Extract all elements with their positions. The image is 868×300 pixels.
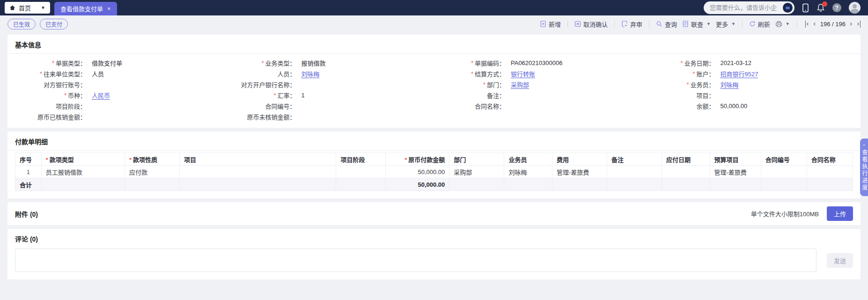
field-value-link[interactable]: 刘咏梅 (715, 80, 739, 89)
send-button[interactable]: 发送 (827, 253, 853, 268)
form-field: 合同名称： (434, 101, 644, 111)
doc-link-icon (682, 21, 689, 27)
form-field: *业务日期：2021-03-12 (644, 58, 853, 68)
assistant-robot-icon[interactable] (783, 3, 793, 13)
table-row[interactable]: 1员工报销借款应付款50,000.00采购部刘咏梅管理-差旅费管理-差旅费 (15, 166, 853, 178)
column-header: 合同编号 (761, 153, 807, 166)
form-field: *业务员：刘咏梅 (644, 79, 853, 90)
attachment-size-hint: 单个文件大小限制100MB (751, 209, 819, 218)
table-cell (449, 178, 504, 191)
first-page-button[interactable]: ‹ (805, 21, 809, 28)
comment-textarea[interactable] (15, 249, 816, 271)
prev-page-button[interactable]: ‹ (813, 21, 816, 28)
form-field: 对方开户银行名称： (225, 79, 434, 90)
active-tab-label: 查看借款支付单 (60, 4, 103, 13)
form-field: 人员：刘咏梅 (225, 68, 434, 79)
help-icon[interactable]: ? (832, 3, 841, 12)
add-button[interactable]: 新增 (540, 20, 561, 29)
avatar[interactable] (849, 2, 861, 14)
page-indicator: 196 / 196 (820, 21, 846, 28)
field-value: 2021-03-12 (715, 59, 752, 66)
table-cell (761, 166, 807, 178)
field-value: 1 (296, 92, 305, 99)
form-field: *往来单位类型：人员 (15, 68, 225, 79)
form-field: 原币已核销金额： (15, 111, 225, 122)
more-button[interactable]: 更多 ▼ (716, 20, 736, 29)
discard-approval-button[interactable]: 弃审 (621, 20, 642, 29)
doc-plus-icon (540, 21, 546, 27)
required-asterisk: * (471, 70, 473, 77)
table-cell (607, 178, 662, 191)
close-icon[interactable]: × (107, 6, 111, 12)
payment-detail-card: 付款单明细 序号*款项类型*款项性质项目项目阶段*原币付款金额部门业务员费用备注… (7, 132, 861, 198)
table-cell (41, 178, 125, 191)
field-label: 项目阶段： (15, 102, 86, 110)
table-header-row: 序号*款项类型*款项性质项目项目阶段*原币付款金额部门业务员费用备注应付日期预算… (15, 153, 853, 166)
table-cell: 刘咏梅 (504, 166, 552, 178)
field-label: 人员： (225, 69, 296, 78)
form-field: *账户：招商银行9527 (644, 68, 853, 79)
table-cell (336, 166, 386, 178)
chevron-down-icon[interactable]: ▼ (41, 5, 45, 10)
last-page-button[interactable]: › (857, 21, 861, 28)
upload-button[interactable]: 上传 (827, 206, 853, 221)
refresh-button[interactable]: 刷新 (749, 20, 770, 29)
table-cell (336, 178, 386, 191)
column-header: *原币付款金额 (386, 153, 449, 166)
table-cell (807, 178, 853, 191)
field-label: *往来单位类型： (15, 69, 86, 78)
field-value-link[interactable]: 采购部 (505, 80, 529, 89)
form-field: *结算方式：银行转账 (434, 68, 644, 79)
print-button[interactable]: ▼ (775, 21, 790, 28)
next-page-button[interactable]: › (850, 21, 853, 28)
field-label: *业务类型： (225, 59, 296, 67)
table-cell (180, 178, 336, 191)
required-asterisk: * (692, 70, 695, 77)
column-header: 序号 (15, 153, 42, 166)
field-label: *单据编码： (434, 59, 505, 67)
search-input[interactable] (710, 4, 779, 11)
field-value-link[interactable]: 人民币 (86, 91, 110, 100)
linked-query-button[interactable]: 联查 ▼ (682, 20, 711, 29)
field-label: *账户： (644, 69, 715, 78)
form-field: *币种：人民币 (15, 90, 225, 101)
form-field: *部门：采购部 (434, 79, 644, 90)
tab-view-loan-payment[interactable]: 查看借款支付单 × (54, 2, 117, 15)
field-label: *结算方式： (434, 69, 505, 78)
field-value-link[interactable]: 银行转账 (505, 69, 535, 78)
notification-bell-icon[interactable] (817, 3, 825, 12)
view-execution-progress-tab[interactable]: › 查看执行进度 (860, 139, 868, 196)
attachment-title: 附件 (0) (15, 209, 38, 219)
cancel-confirm-button[interactable]: 取消确认 (574, 20, 608, 29)
x-square-icon (574, 21, 581, 27)
mobile-icon[interactable] (802, 3, 809, 13)
field-value: 借款支付单 (86, 59, 122, 67)
column-header: 应付日期 (662, 153, 710, 166)
tab-home[interactable]: 首页 ▼ (5, 2, 50, 14)
field-label: *币种： (15, 91, 86, 100)
required-asterisk: * (40, 70, 42, 77)
payment-detail-title: 付款单明细 (7, 132, 861, 150)
basic-info-title: 基本信息 (7, 35, 861, 53)
field-value: 50,000.00 (715, 102, 748, 110)
table-total-row: 合计50,000.00 (15, 178, 853, 191)
total-label: 合计 (15, 178, 42, 191)
total-amount: 50,000.00 (386, 178, 449, 191)
column-header: *款项类型 (41, 153, 125, 166)
payment-detail-table: 序号*款项类型*款项性质项目项目阶段*原币付款金额部门业务员费用备注应付日期预算… (15, 153, 853, 191)
query-button[interactable]: 查询 (656, 20, 677, 29)
field-value-link[interactable]: 刘咏梅 (296, 69, 320, 78)
toolbar: 已生效 已支付 新增 取消确认 弃审 查询 联查 ▼ 更多 ▼ (0, 15, 868, 32)
search-icon (656, 21, 662, 27)
table-cell (180, 166, 336, 178)
table-cell (761, 178, 807, 191)
table-cell: 员工报销借款 (41, 166, 125, 178)
notification-badge (822, 1, 827, 7)
divider (649, 21, 649, 27)
table-cell (662, 178, 710, 191)
field-value-link[interactable]: 招商银行9527 (715, 69, 758, 78)
field-value: 人员 (86, 69, 104, 78)
table-cell (607, 166, 662, 178)
required-asterisk: * (273, 92, 276, 99)
form-field (644, 111, 853, 122)
